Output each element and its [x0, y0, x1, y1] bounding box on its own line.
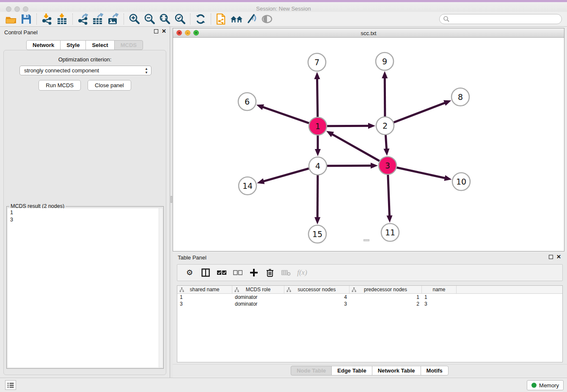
column-header-name[interactable]: name	[422, 286, 457, 293]
run-mcds-button[interactable]: Run MCDS	[39, 80, 81, 91]
cell-predecessor-nodes[interactable]: 1	[350, 294, 422, 301]
export-network-button[interactable]	[75, 12, 91, 26]
float-panel-icon[interactable]	[154, 29, 158, 33]
graph-edge-1-6[interactable]	[262, 107, 309, 123]
cell-MCDS-role[interactable]: dominator	[232, 294, 284, 301]
return-home-button[interactable]	[229, 12, 244, 26]
graph-arrowhead-1-4	[315, 149, 321, 156]
table-panel: Table Panel ✕ ⚙ f(x) shared nameMCDS rol…	[173, 252, 567, 377]
cell-shared-name[interactable]: 3	[177, 301, 232, 307]
control-panel: Control Panel ✕ NetworkStyleSelectMCDS O…	[0, 27, 170, 378]
graph-edge-3-10[interactable]	[396, 168, 445, 178]
app-titlebar: Session: New Session	[0, 2, 567, 12]
tab-network[interactable]: Network	[26, 40, 61, 50]
cell-predecessor-nodes[interactable]: 2	[350, 301, 422, 307]
network-window-titlebar[interactable]: ✕ − + scc.txt	[173, 28, 564, 38]
search-field[interactable]	[439, 14, 562, 24]
table-tab-network-table[interactable]: Network Table	[372, 366, 421, 375]
graph-arrowhead-2-3	[383, 149, 389, 156]
column-header-MCDS-role[interactable]: MCDS role	[232, 286, 284, 293]
graph-edge-2-8[interactable]	[394, 103, 446, 123]
task-history-button[interactable]	[5, 380, 16, 390]
graph-edge-4-15[interactable]	[317, 175, 318, 218]
search-input[interactable]	[450, 15, 561, 23]
result-scrollbar-track[interactable]	[159, 208, 162, 367]
show-columns-button[interactable]	[198, 266, 213, 279]
memory-label: Memory	[539, 382, 559, 389]
graph-edge-4-3[interactable]	[327, 166, 372, 166]
export-table-button[interactable]	[91, 12, 106, 26]
close-panel-icon[interactable]: ✕	[162, 29, 166, 34]
zoom-in-button[interactable]	[127, 12, 142, 26]
graph-edge-3-11[interactable]	[388, 175, 390, 216]
column-header-label: successor nodes	[297, 287, 336, 293]
graph-edge-1-7[interactable]	[317, 78, 318, 117]
cell-name[interactable]: 3	[422, 301, 457, 307]
unselect-all-button[interactable]	[231, 266, 245, 279]
open-folder-icon	[5, 14, 17, 24]
float-table-panel-icon[interactable]	[549, 255, 553, 259]
zoom-out-button[interactable]	[142, 12, 157, 26]
list-icon	[7, 382, 14, 388]
graph-edge-2-9[interactable]	[385, 77, 385, 116]
cell-shared-name[interactable]: 1	[177, 294, 232, 301]
column-header-predecessor-nodes[interactable]: predecessor nodes	[350, 286, 422, 293]
import-network-icon	[41, 13, 53, 25]
zoom-fit-button[interactable]	[157, 12, 172, 26]
mcds-result-group: MCDS result (2 nodes) 1 3	[6, 206, 164, 369]
criterion-dropdown[interactable]: strongly connected component ▲▼	[19, 66, 151, 75]
checked-boxes-icon	[217, 270, 226, 275]
graph-arrowhead-4-15	[314, 217, 320, 224]
graph-arrowhead-1-6	[256, 105, 264, 110]
graph-edge-4-14[interactable]	[263, 168, 309, 182]
table-row[interactable]: 3dominator323	[177, 301, 562, 307]
graph-node-label-11: 11	[385, 228, 395, 237]
column-header-shared-name[interactable]: shared name	[177, 286, 232, 293]
column-header-label: name	[432, 287, 445, 293]
splitter-handle[interactable]	[171, 196, 172, 203]
hide-style-button[interactable]	[244, 12, 259, 26]
show-graphics-details-button[interactable]	[259, 12, 275, 26]
delete-column-button[interactable]	[279, 266, 293, 279]
table-tab-motifs[interactable]: Motifs	[421, 366, 449, 375]
canvas-resize-grip[interactable]	[363, 239, 369, 241]
function-builder-button[interactable]: f(x)	[295, 266, 309, 279]
graph-edge-2-3[interactable]	[385, 135, 386, 149]
graph-edge-1-2[interactable]	[327, 126, 369, 126]
close-table-panel-icon[interactable]: ✕	[556, 254, 561, 259]
export-image-button[interactable]	[106, 12, 121, 26]
table-tab-node-table[interactable]: Node Table	[291, 366, 332, 375]
cell-MCDS-role[interactable]: dominator	[232, 301, 284, 307]
mcds-result-textarea[interactable]: 1 3	[8, 208, 162, 367]
select-all-button[interactable]	[215, 266, 229, 279]
open-session-button[interactable]	[3, 12, 19, 26]
cell-successor-nodes[interactable]: 3	[284, 301, 350, 307]
import-network-button[interactable]	[39, 12, 55, 26]
memory-button[interactable]: Memory	[527, 380, 564, 390]
table-row[interactable]: 1dominator411	[177, 294, 562, 301]
tab-mcds[interactable]: MCDS	[114, 40, 143, 50]
network-graph[interactable]: 7968124314101511	[173, 38, 564, 251]
graph-edge-3-1[interactable]	[332, 134, 380, 161]
delete-rows-button[interactable]	[263, 266, 277, 279]
import-table-button[interactable]	[55, 12, 70, 26]
cell-name[interactable]: 1	[422, 294, 457, 301]
save-session-button[interactable]	[19, 12, 34, 26]
column-header-successor-nodes[interactable]: successor nodes	[284, 286, 350, 293]
tab-select[interactable]: Select	[85, 40, 114, 50]
dropdown-stepper-icon: ▲▼	[145, 67, 148, 75]
tab-style[interactable]: Style	[60, 40, 86, 50]
table-settings-button[interactable]: ⚙	[182, 266, 197, 279]
trash-icon	[266, 268, 274, 277]
refresh-icon	[195, 14, 206, 25]
graph-arrowhead-4-3	[371, 163, 378, 168]
table-tab-edge-table[interactable]: Edge Table	[331, 366, 372, 375]
graph-node-label-15: 15	[312, 229, 322, 239]
network-view-window: ✕ − + scc.txt 7968124314101511	[173, 28, 564, 251]
zoom-selected-button[interactable]	[172, 12, 187, 26]
cell-successor-nodes[interactable]: 4	[284, 294, 350, 301]
apply-layout-button[interactable]	[193, 12, 208, 26]
add-column-button[interactable]	[247, 266, 261, 279]
new-network-from-selection-button[interactable]	[214, 12, 229, 26]
close-panel-button[interactable]: Close panel	[88, 80, 131, 91]
